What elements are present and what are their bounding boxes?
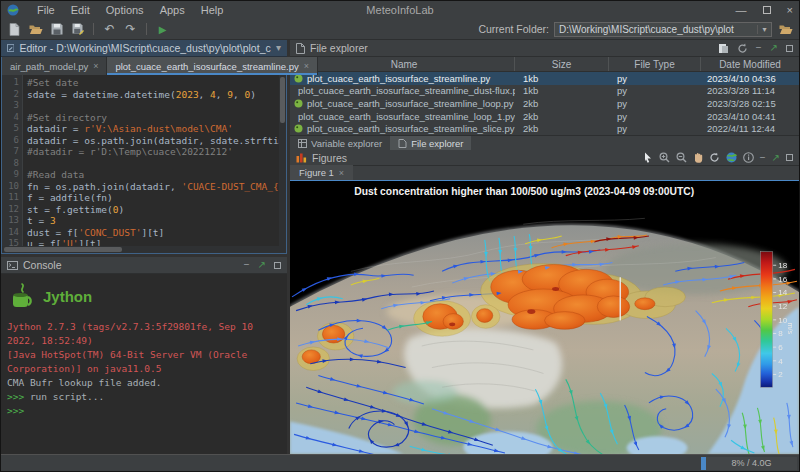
console-line: >>> xyxy=(7,404,281,418)
tab-close-icon[interactable]: × xyxy=(93,61,98,71)
console-minimize-icon[interactable]: − xyxy=(244,260,250,270)
editor-horizontal-scrollbar[interactable] xyxy=(2,246,286,253)
editor-code-area[interactable]: #Set datesdate = datetime.datetime(2023,… xyxy=(23,75,279,246)
current-folder-combobox[interactable]: D:\Working\MIScript\cuace_dust\py\plot ▾ xyxy=(554,22,772,37)
pan-hand-icon[interactable] xyxy=(693,152,703,163)
paste-path-icon[interactable] xyxy=(718,43,729,54)
console-panel-header[interactable]: Console − ↗ xyxy=(1,257,287,274)
colorbar-label: m/s xyxy=(786,322,795,334)
svg-text:6: 6 xyxy=(778,343,783,352)
column-name[interactable]: Name xyxy=(290,57,515,71)
figure-tab-close-icon[interactable]: × xyxy=(339,168,344,178)
menu-help[interactable]: Help xyxy=(193,3,232,17)
figures-title: Figures xyxy=(312,152,347,164)
editor-vertical-scrollbar[interactable] xyxy=(279,75,286,246)
figure-tab[interactable]: Figure 1 × xyxy=(290,165,353,180)
figures-panel: Figures − ↗ xyxy=(290,150,799,454)
console-line: CMA Bufr lookup file added. xyxy=(7,376,281,390)
bottom-tab-variable-explorer[interactable]: Variable explorer xyxy=(290,136,390,151)
file-explorer-panel: File explorer − ↗ Name Size File Type xyxy=(290,40,799,150)
window-minimize-icon[interactable]: — xyxy=(736,5,747,15)
rotate-icon[interactable] xyxy=(709,152,720,163)
save-button[interactable] xyxy=(48,21,65,37)
refresh-icon[interactable] xyxy=(737,43,748,54)
column-file-type[interactable]: File Type xyxy=(609,57,701,71)
file-name-cell: plot_cuace_earth_isosurface_streamline_s… xyxy=(290,123,515,134)
console-panel-title: Console xyxy=(23,259,62,271)
figures-icon xyxy=(296,153,307,163)
info-icon[interactable] xyxy=(743,152,754,163)
console-panel: Console − ↗ Jy xyxy=(1,257,287,454)
run-script-button[interactable]: ▶ xyxy=(154,21,171,37)
menu-options[interactable]: Options xyxy=(98,3,152,17)
zoom-out-icon[interactable] xyxy=(676,152,687,163)
file-explorer-header[interactable]: File explorer − ↗ xyxy=(290,40,799,57)
select-cursor-icon[interactable] xyxy=(643,152,653,163)
menu-bar: MeteoInfoLab FileEditOptionsAppsHelp — × xyxy=(1,1,799,19)
variable-explorer-icon xyxy=(298,139,307,148)
file-row[interactable]: plot_cuace_earth_isosurface_streamline_s… xyxy=(290,122,799,135)
figures-minimize-icon[interactable]: − xyxy=(760,153,766,163)
memory-indicator[interactable]: 8% / 4.0G xyxy=(701,457,797,470)
menu-edit[interactable]: Edit xyxy=(63,3,98,17)
file-explorer-maximize-icon[interactable] xyxy=(786,45,793,52)
tab-close-icon[interactable]: × xyxy=(304,61,309,71)
new-file-button[interactable] xyxy=(6,21,23,37)
figures-header[interactable]: Figures − ↗ xyxy=(290,150,799,166)
current-folder-label: Current Folder: xyxy=(478,23,549,35)
file-row[interactable]: plot_cuace_earth_isosurface_streamline_l… xyxy=(290,97,799,110)
file-type-cell: py xyxy=(609,85,701,96)
figures-float-icon[interactable]: ↗ xyxy=(772,153,780,163)
code-line xyxy=(27,100,279,112)
file-row[interactable]: plot_cuace_earth_isosurface_streamline_l… xyxy=(290,110,799,123)
console-line: [Java HotSpot(TM) 64-Bit Server VM (Orac… xyxy=(7,348,281,376)
figures-maximize-icon[interactable] xyxy=(786,154,793,161)
undo-button[interactable]: ↶ xyxy=(101,21,118,37)
browse-folder-button[interactable] xyxy=(777,21,794,37)
jython-logo-text: Jython xyxy=(43,290,92,304)
editor-panel-header[interactable]: Editor - D:\Working\MIScript\cuace_dust\… xyxy=(1,40,287,57)
chevron-down-icon[interactable]: ▾ xyxy=(757,25,771,34)
redo-button[interactable]: ↷ xyxy=(122,21,139,37)
file-row[interactable]: plot_cuace_earth_isosurface_streamline_d… xyxy=(290,85,799,98)
explorer-bottom-tabs: Variable explorerFile explorer xyxy=(290,135,799,150)
code-line: datadir = r'V:\Asian-dust\model\CMA' xyxy=(27,123,279,135)
figure-canvas[interactable]: 24681012141618 m/s Dust concentration hi… xyxy=(290,181,799,454)
editor-dropdown-icon[interactable]: ▾ xyxy=(276,43,281,53)
figure-tabstrip: Figure 1 × xyxy=(290,166,799,181)
file-row[interactable]: plot_cuace_earth_isosurface_streamline.p… xyxy=(290,72,799,85)
editor-tab-1[interactable]: plot_cuace_earth_isosurface_streamline.p… xyxy=(107,57,318,75)
code-line: u = f['U'][t] xyxy=(27,238,279,246)
code-line: fn = os.path.join(datadir, 'CUACE-DUST_C… xyxy=(27,181,279,193)
menu-apps[interactable]: Apps xyxy=(152,3,193,17)
file-type-cell: py xyxy=(609,73,701,84)
open-file-button[interactable] xyxy=(27,21,44,37)
menu-items: FileEditOptionsAppsHelp xyxy=(29,3,231,17)
file-explorer-float-icon[interactable]: ↗ xyxy=(770,43,778,53)
window-close-icon[interactable]: × xyxy=(787,5,793,15)
code-line: datadir = os.path.join(datadir, sdate.st… xyxy=(27,135,279,147)
console-float-icon[interactable]: ↗ xyxy=(258,260,266,270)
column-size[interactable]: Size xyxy=(515,57,609,71)
menu-file[interactable]: File xyxy=(29,3,63,17)
toolbar-separator xyxy=(93,23,94,35)
file-date-cell: 2023/3/28 11:14 xyxy=(701,85,799,96)
editor-panel: Editor - D:\Working\MIScript\cuace_dust\… xyxy=(1,40,287,254)
main-toolbar: ↶ ↷ ▶ Current Folder: D:\Working\MIScrip… xyxy=(1,19,799,40)
column-date-modified[interactable]: Date Modified xyxy=(701,57,799,71)
console-output[interactable]: Jython Jython 2.7.3 (tags/v2.7.3:5f29801… xyxy=(1,274,287,454)
console-maximize-icon[interactable] xyxy=(274,262,281,269)
console-lines: Jython 2.7.3 (tags/v2.7.3:5f29801fe, Sep… xyxy=(7,320,281,418)
globe-icon[interactable] xyxy=(726,152,737,163)
file-type-cell: py xyxy=(609,123,701,134)
file-table-header[interactable]: Name Size File Type Date Modified xyxy=(290,57,799,72)
zoom-in-icon[interactable] xyxy=(659,152,670,163)
editor-tab-0[interactable]: air_path_model.py× xyxy=(2,57,107,75)
save-as-button[interactable] xyxy=(69,21,86,37)
file-name-cell: plot_cuace_earth_isosurface_streamline_l… xyxy=(290,111,515,122)
file-explorer-minimize-icon[interactable]: − xyxy=(756,43,762,53)
svg-text:16: 16 xyxy=(778,275,788,284)
bottom-tab-file-explorer[interactable]: File explorer xyxy=(390,136,471,151)
python-file-icon xyxy=(294,124,303,133)
window-maximize-icon[interactable] xyxy=(763,6,771,14)
